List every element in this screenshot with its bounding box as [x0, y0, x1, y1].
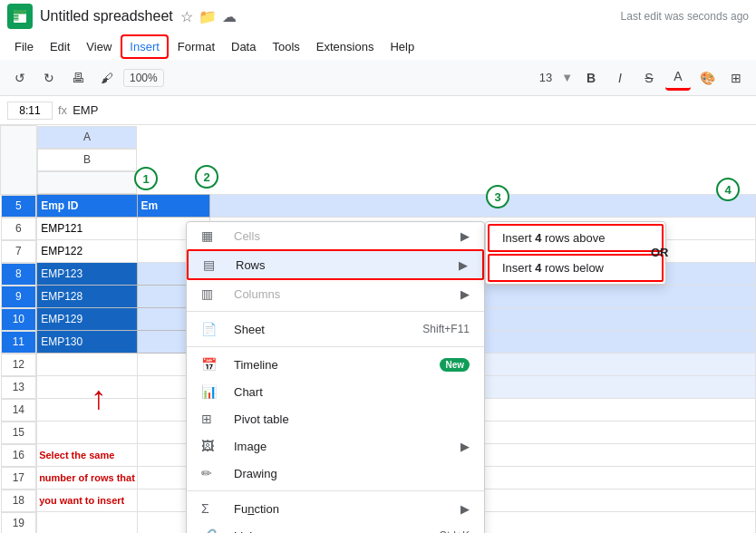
- menu-insert[interactable]: Insert: [121, 34, 169, 59]
- row-num-12[interactable]: 12: [1, 354, 37, 376]
- cell-ref[interactable]: 8:11: [7, 102, 53, 120]
- cell-a8[interactable]: EMP123: [37, 263, 137, 286]
- top-icons: ☆ 📁 ☁: [180, 8, 237, 25]
- menu-pivot[interactable]: ⊞ Pivot table: [187, 405, 484, 432]
- image-icon: 🖼: [201, 439, 223, 453]
- redo-btn[interactable]: ↻: [36, 65, 62, 91]
- col-header-rest: [37, 171, 137, 194]
- menu-tools[interactable]: Tools: [265, 36, 306, 57]
- italic-btn[interactable]: I: [607, 65, 633, 91]
- drawing-icon: ✏: [201, 466, 223, 480]
- chart-label: Chart: [234, 385, 470, 399]
- menu-view[interactable]: View: [79, 36, 119, 57]
- cell-a6[interactable]: EMP121: [37, 218, 137, 240]
- toolbar: ↺ ↻ 🖶 🖌 100% 13 ▼ B I S A 🎨 ⊞: [0, 60, 756, 96]
- col-header-b[interactable]: B: [37, 149, 137, 171]
- link-icon: 🔗: [201, 528, 223, 533]
- svg-rect-1: [14, 10, 26, 15]
- cells-label: Cells: [234, 229, 460, 243]
- row-num-6[interactable]: 6: [1, 218, 37, 240]
- cell-a7[interactable]: EMP122: [37, 240, 137, 263]
- menu-edit[interactable]: Edit: [43, 36, 77, 57]
- menu-extensions[interactable]: Extensions: [309, 36, 382, 57]
- rows-icon: ▤: [203, 257, 225, 272]
- print-btn[interactable]: 🖶: [65, 65, 91, 91]
- link-shortcut: Ctrl+K: [439, 529, 470, 533]
- folder-icon[interactable]: 📁: [199, 8, 217, 25]
- top-bar: Untitled spreadsheet ☆ 📁 ☁ Last edit was…: [0, 0, 756, 33]
- sheet-area: A B 5 Emp ID Em 6 EMP121: [0, 125, 756, 533]
- divider-1: [187, 311, 484, 312]
- divider-3: [187, 490, 484, 491]
- menu-cells[interactable]: ▦ Cells ▶: [187, 222, 484, 249]
- menu-rows[interactable]: ▤ Rows ▶: [187, 249, 484, 280]
- row-num-14[interactable]: 14: [1, 399, 37, 422]
- row-num-18[interactable]: 18: [1, 489, 37, 512]
- row-num-17[interactable]: 17: [1, 467, 37, 489]
- pivot-icon: ⊞: [201, 412, 223, 426]
- borders-btn[interactable]: ⊞: [723, 65, 749, 91]
- cloud-icon[interactable]: ☁: [222, 8, 237, 25]
- row-num-13[interactable]: 13: [1, 376, 37, 399]
- menu-function[interactable]: Σ Function ▶: [187, 495, 484, 522]
- row-num-15[interactable]: 15: [1, 422, 37, 444]
- columns-label: Columns: [234, 287, 460, 301]
- sheet-label: Sheet: [234, 323, 422, 336]
- undo-btn[interactable]: ↺: [7, 65, 33, 91]
- menu-data[interactable]: Data: [224, 36, 263, 57]
- cell-a10[interactable]: EMP129: [37, 308, 137, 331]
- function-icon: Σ: [201, 501, 223, 516]
- cell-a5[interactable]: Emp ID: [37, 194, 137, 218]
- formula-input[interactable]: [73, 103, 749, 117]
- cell-rest-5: [209, 194, 755, 218]
- row-num-8[interactable]: 8: [1, 263, 37, 286]
- image-label: Image: [234, 440, 460, 453]
- row-num-10[interactable]: 10: [1, 308, 37, 331]
- columns-icon: ▥: [201, 286, 223, 301]
- star-icon[interactable]: ☆: [180, 8, 193, 25]
- function-arrow: ▶: [460, 502, 470, 516]
- col-header-a[interactable]: A: [37, 126, 137, 149]
- menu-drawing[interactable]: ✏ Drawing: [187, 460, 484, 487]
- paint-btn[interactable]: 🖌: [94, 65, 120, 91]
- font-size-box[interactable]: 13: [536, 71, 556, 84]
- cell-b5[interactable]: Em: [137, 194, 209, 218]
- row-num-9[interactable]: 9: [1, 286, 37, 308]
- menu-file[interactable]: File: [7, 36, 41, 57]
- cells-arrow: ▶: [460, 229, 470, 243]
- annotation-cell: Select the same: [37, 444, 137, 467]
- menu-chart[interactable]: 📊 Chart: [187, 378, 484, 405]
- formula-bar: 8:11 fx: [0, 96, 756, 125]
- menu-columns[interactable]: ▥ Columns ▶: [187, 280, 484, 307]
- rows-arrow: ▶: [459, 258, 468, 272]
- zoom-box[interactable]: 100%: [123, 69, 164, 87]
- menu-format[interactable]: Format: [170, 36, 222, 57]
- row-num-5[interactable]: 5: [1, 195, 37, 218]
- timeline-label: Timeline: [234, 358, 440, 372]
- row-num-16[interactable]: 16: [1, 444, 37, 467]
- link-label: Link: [234, 529, 439, 534]
- menu-help[interactable]: Help: [383, 36, 422, 57]
- strikethrough-btn[interactable]: S: [636, 65, 662, 91]
- last-edit: Last edit was seconds ago: [621, 10, 749, 23]
- bold-btn[interactable]: B: [578, 65, 604, 91]
- row-num-7[interactable]: 7: [1, 240, 37, 263]
- pivot-label: Pivot table: [234, 412, 470, 426]
- menu-timeline[interactable]: 📅 Timeline New: [187, 351, 484, 378]
- cell-a9[interactable]: EMP128: [37, 286, 137, 308]
- timeline-icon: 📅: [201, 357, 223, 372]
- fx-label: fx: [58, 103, 67, 117]
- new-badge: New: [440, 358, 470, 372]
- fill-color-btn[interactable]: 🎨: [694, 65, 720, 91]
- cell-a11[interactable]: EMP130: [37, 331, 137, 354]
- row-num-11[interactable]: 11: [1, 331, 37, 354]
- annotation-cell3: you want to insert: [37, 489, 137, 512]
- row-num-19[interactable]: 19: [1, 512, 37, 534]
- menu-link[interactable]: 🔗 Link Ctrl+K: [187, 522, 484, 533]
- image-arrow: ▶: [460, 440, 470, 453]
- menu-image[interactable]: 🖼 Image ▶: [187, 432, 484, 460]
- menu-bar: File Edit View Insert Format Data Tools …: [0, 33, 756, 60]
- menu-sheet[interactable]: 📄 Sheet Shift+F11: [187, 315, 484, 343]
- annotation-cell2: number of rows that: [37, 467, 137, 489]
- font-color-btn[interactable]: A: [665, 65, 691, 91]
